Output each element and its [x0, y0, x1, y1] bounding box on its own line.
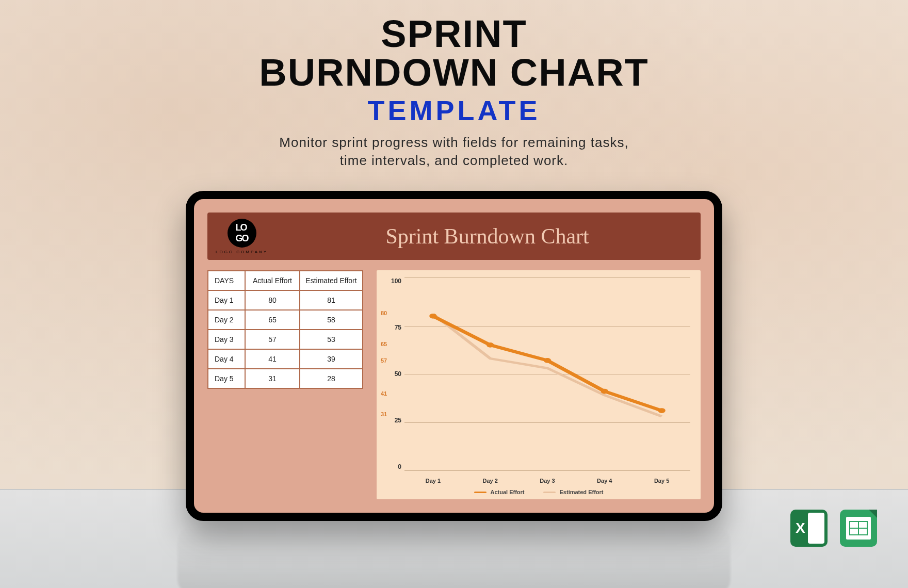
svg-point-0 [429, 314, 436, 319]
burndown-chart: 100 75 50 25 0 [377, 270, 701, 499]
table-row: Day 3 57 53 [208, 330, 363, 349]
col-actual: Actual Effort [245, 271, 300, 290]
format-icons [790, 510, 877, 547]
legend-actual: Actual Effort [474, 489, 525, 495]
table-header-row: DAYS Actual Effort Estimated Effort [208, 271, 363, 290]
table-row: Day 4 41 39 [208, 349, 363, 369]
x-axis-ticks: Day 1 Day 2 Day 3 Day 4 Day 5 [404, 478, 690, 484]
chart-banner: LOGO LOGO COMPANY Sprint Burndown Chart [207, 213, 701, 260]
data-label: 41 [381, 390, 387, 397]
chart-lines [404, 277, 690, 470]
svg-point-2 [544, 358, 551, 363]
tablet-device: LOGO LOGO COMPANY Sprint Burndown Chart … [186, 191, 722, 521]
tablet-reflection [177, 524, 731, 588]
y-axis-ticks: 100 75 50 25 0 [384, 277, 401, 470]
subtitle: Monitor sprint progress with fields for … [0, 134, 908, 170]
col-estimated: Estimated Effort [300, 271, 363, 290]
chart-legend: Actual Effort Estimated Effort [384, 489, 693, 495]
col-days: DAYS [208, 271, 245, 290]
headline-block: SPRINT BURNDOWN CHART TEMPLATE Monitor s… [0, 14, 908, 170]
excel-icon[interactable] [790, 510, 828, 547]
tablet-screen: LOGO LOGO COMPANY Sprint Burndown Chart … [194, 199, 714, 513]
logo-icon: LOGO [228, 219, 256, 248]
headline-2: BURNDOWN CHART [0, 53, 908, 92]
data-table: DAYS Actual Effort Estimated Effort Day … [207, 270, 363, 389]
logo-block: LOGO LOGO COMPANY [216, 219, 268, 254]
logo-caption: LOGO COMPANY [216, 250, 268, 254]
headline-3: TEMPLATE [0, 94, 908, 126]
table-row: Day 5 31 28 [208, 369, 363, 388]
data-label: 80 [381, 310, 387, 316]
data-label: 31 [381, 411, 387, 417]
svg-point-1 [487, 342, 494, 348]
svg-point-3 [601, 389, 608, 394]
svg-point-4 [658, 408, 665, 413]
table-row: Day 1 80 81 [208, 290, 363, 310]
data-label: 65 [381, 341, 387, 347]
headline-1: SPRINT [0, 14, 908, 53]
google-sheets-icon[interactable] [840, 510, 877, 547]
plot-area: 100 75 50 25 0 [384, 277, 693, 484]
legend-estimated: Estimated Effort [543, 489, 604, 495]
banner-title: Sprint Burndown Chart [279, 224, 695, 249]
data-label: 57 [381, 357, 387, 364]
table-row: Day 2 65 58 [208, 310, 363, 330]
